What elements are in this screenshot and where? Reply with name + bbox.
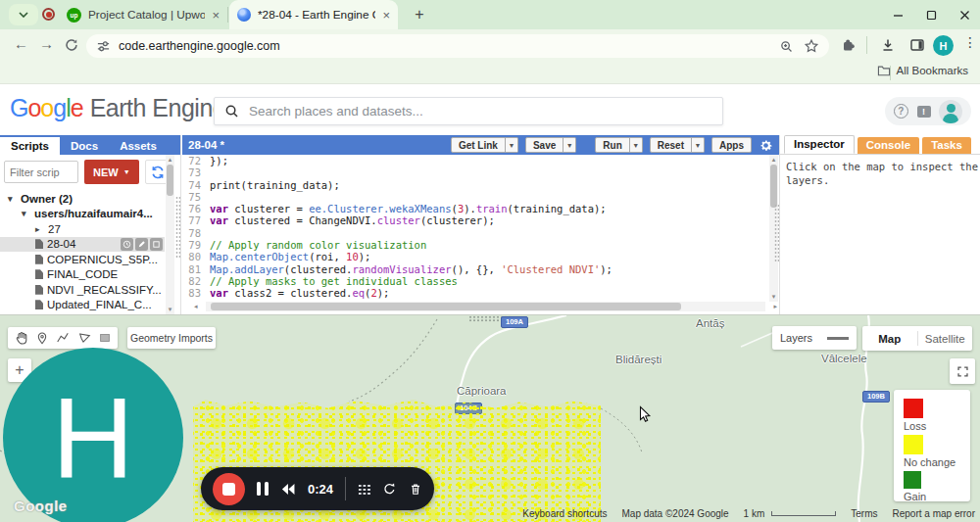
collapse-arrow-icon[interactable]: ▸ [35, 224, 44, 234]
run-caret[interactable]: ▼ [630, 137, 643, 153]
reset-caret[interactable]: ▼ [692, 137, 705, 153]
tab-list-chevron-button[interactable] [9, 4, 38, 25]
script-tree-item[interactable]: NDVI _RECALSSIFY... [0, 282, 165, 298]
history-icon[interactable] [121, 238, 133, 251]
code-lines[interactable]: 72});7374print(training_data);7576var cl… [182, 155, 769, 300]
browser-toolbar: ← → H ⋮ [0, 29, 980, 62]
save-caret[interactable]: ▼ [564, 137, 576, 153]
reload-button[interactable] [64, 37, 79, 57]
map-place-label: Blidărești [615, 354, 662, 365]
geometry-imports-button[interactable]: Geometry Imports [127, 327, 216, 349]
window-close-button[interactable] [958, 9, 970, 21]
get-link-button[interactable]: Get Link [451, 137, 506, 153]
drag-grid-icon[interactable] [358, 484, 370, 495]
browser-tab-earth-engine[interactable]: *28-04 - Earth Engine Code Edi × [229, 0, 398, 29]
window-minimize-button[interactable] [892, 9, 904, 21]
keyboard-shortcuts-link[interactable]: Keyboard shortcuts [522, 508, 607, 519]
zoom-page-icon[interactable] [779, 39, 794, 54]
file-icon [35, 285, 43, 295]
side-panel-icon[interactable] [909, 37, 925, 57]
help-icon[interactable]: ? [894, 104, 908, 119]
recorder-divider [345, 477, 346, 500]
webcam-bubble[interactable]: H [3, 348, 183, 522]
downloads-icon[interactable] [880, 37, 896, 57]
tab-close-icon[interactable]: × [212, 8, 220, 23]
script-tree-item[interactable]: 28-04 [0, 237, 165, 253]
bookmark-star-icon[interactable] [804, 38, 819, 54]
recording-indicator-icon [42, 8, 55, 21]
filter-scripts-input[interactable] [4, 161, 78, 183]
tab-scripts[interactable]: Scripts [0, 137, 60, 155]
script-tree-item[interactable]: FINAL_CODE [0, 267, 165, 283]
reset-button[interactable]: Reset [650, 137, 692, 153]
file-icon [35, 269, 43, 279]
fullscreen-button[interactable] [950, 358, 975, 384]
url-input[interactable] [119, 39, 779, 53]
report-error-link[interactable]: Report a map error [893, 508, 975, 519]
polyline-icon[interactable] [55, 331, 71, 345]
expand-arrow-icon[interactable]: ▾ [22, 209, 30, 218]
tab-console[interactable]: Console [858, 137, 919, 154]
polygon-icon[interactable] [77, 331, 92, 345]
search-input[interactable] [249, 104, 712, 119]
pause-recording-button[interactable] [257, 482, 269, 496]
delete-recording-icon[interactable] [409, 481, 422, 497]
script-tree-item[interactable]: for vegetation area [0, 312, 165, 314]
script-title: 28-04 * [188, 139, 224, 151]
delete-icon[interactable] [150, 238, 163, 251]
expand-arrow-icon[interactable]: ▾ [8, 194, 17, 204]
layer-opacity-slider[interactable] [827, 337, 849, 340]
new-script-button[interactable]: NEW▼ [84, 160, 139, 184]
script-tree-item[interactable]: ▸27 [0, 221, 165, 237]
browser-tab-upwork[interactable]: up Project Catalog | Upwork × [59, 0, 227, 29]
script-tree-item[interactable]: ▾Owner (2) [0, 191, 165, 207]
get-link-caret[interactable]: ▼ [506, 137, 518, 153]
stop-recording-button[interactable] [213, 473, 245, 505]
profile-avatar[interactable]: H [933, 35, 954, 56]
scripts-scrollbar[interactable]: ▴ ▾ [166, 155, 174, 314]
map-place-label: Vâlcelele [821, 353, 867, 364]
map-canvas[interactable]: 109A 109B 104G Antăș Blidărești Căprioar… [0, 315, 980, 522]
tab-close-icon[interactable]: × [382, 8, 390, 23]
legend-swatch-no_change [904, 435, 923, 454]
road-shield: 109A [501, 316, 528, 328]
window-maximize-button[interactable] [925, 9, 937, 21]
rename-icon[interactable] [135, 238, 148, 251]
back-button[interactable]: ← [14, 35, 28, 52]
new-tab-button[interactable]: + [408, 3, 431, 26]
tab-docs[interactable]: Docs [60, 137, 109, 155]
rewind-icon[interactable] [280, 483, 296, 496]
tab-assets[interactable]: Assets [109, 137, 168, 155]
legend-swatch-gain [904, 471, 921, 489]
script-tree-item[interactable]: ▾users/huzaifaumair4... [0, 207, 165, 222]
address-bar[interactable] [86, 34, 829, 58]
tab-inspector[interactable]: Inspector [784, 135, 855, 154]
point-marker-icon[interactable] [35, 331, 49, 346]
mouse-cursor [639, 405, 653, 429]
pan-hand-icon[interactable] [14, 330, 29, 346]
editor-hscrollbar[interactable]: ◂ ▸ [206, 302, 765, 311]
all-bookmarks-button[interactable]: All Bookmarks [877, 65, 969, 76]
rectangle-icon[interactable] [98, 331, 112, 345]
save-button[interactable]: Save [525, 137, 564, 153]
map-type-map[interactable]: Map [862, 333, 917, 345]
forward-button[interactable]: → [39, 35, 54, 52]
panel-resize-handle[interactable] [175, 196, 181, 259]
settings-gear-icon[interactable] [759, 138, 773, 153]
search-box[interactable] [214, 97, 723, 125]
site-settings-icon[interactable] [96, 39, 111, 54]
run-button[interactable]: Run [595, 137, 629, 153]
feedback-icon[interactable]: ! [917, 106, 931, 118]
layers-panel[interactable]: Layers [772, 326, 857, 350]
gee-profile-avatar[interactable] [939, 100, 962, 123]
script-tree-item[interactable]: COPERNICUS_S5P... [0, 252, 165, 267]
tab-tasks[interactable]: Tasks [922, 137, 971, 154]
extensions-puzzle-icon[interactable] [841, 37, 857, 57]
earth-engine-wordmark: Earth Engine [90, 94, 226, 121]
menu-kebab-icon[interactable]: ⋮ [963, 34, 977, 50]
restart-recording-icon[interactable] [382, 481, 397, 497]
script-tree-item[interactable]: Updated_FINAL_C... [0, 298, 165, 313]
map-type-satellite[interactable]: Satellite [918, 333, 973, 345]
terms-link[interactable]: Terms [851, 508, 877, 519]
apps-button[interactable]: Apps [711, 137, 752, 153]
